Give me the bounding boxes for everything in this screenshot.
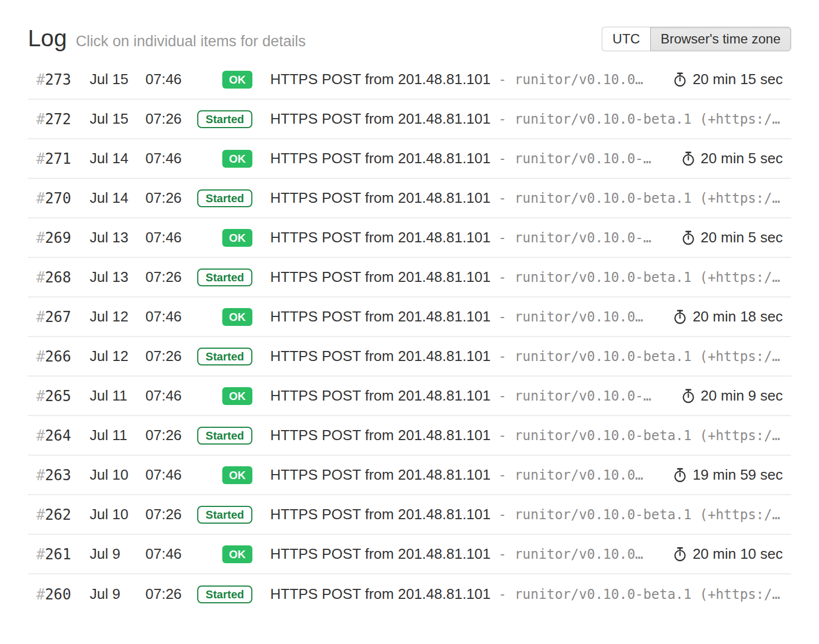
event-description: HTTPS POST from 201.48.81.101 (270, 506, 490, 523)
hash-prefix: # (36, 427, 45, 444)
event-number: #260 (36, 586, 90, 603)
event-duration: 20 min 18 sec (661, 308, 783, 325)
event-time: 07:46 (145, 545, 182, 563)
log-row[interactable]: #265 Jul 11 07:46 OK HTTPS POST from 201… (28, 377, 791, 416)
stopwatch-icon (672, 467, 688, 482)
status-badge: OK (222, 466, 252, 484)
user-agent: - runitor/v0.10.0-… (498, 388, 651, 404)
event-summary: HTTPS POST from 201.48.81.101 - runitor/… (270, 269, 783, 286)
user-agent: - runitor/v0.10.0-beta.1 (+https:/… (498, 428, 780, 443)
stopwatch-icon (681, 388, 696, 403)
status-badge: OK (222, 387, 252, 405)
event-duration: 20 min 10 sec (661, 545, 783, 563)
status-badge: OK (222, 308, 252, 326)
log-table: #273 Jul 15 07:46 OK HTTPS POST from 201… (28, 60, 791, 614)
log-row[interactable]: #263 Jul 10 07:46 OK HTTPS POST from 201… (28, 456, 791, 495)
event-number: #261 (36, 546, 90, 563)
hash-prefix: # (36, 111, 45, 128)
log-row[interactable]: #269 Jul 13 07:46 OK HTTPS POST from 201… (28, 218, 791, 258)
status-badge: Started (197, 348, 252, 365)
status-cell: OK (182, 150, 252, 168)
event-number: #267 (36, 309, 90, 325)
event-description: HTTPS POST from 201.48.81.101 (270, 269, 490, 286)
event-summary: HTTPS POST from 201.48.81.101 - runitor/… (270, 348, 783, 365)
log-rows: #273 Jul 15 07:46 OK HTTPS POST from 201… (28, 60, 791, 614)
hash-prefix: # (36, 506, 45, 523)
hash-prefix: # (36, 467, 45, 484)
event-summary: HTTPS POST from 201.48.81.101 - runitor/… (270, 427, 783, 444)
event-summary: HTTPS POST from 201.48.81.101 - runitor/… (270, 308, 783, 325)
event-date: Jul 15 (90, 71, 145, 88)
event-time: 07:26 (145, 269, 182, 286)
event-number: #268 (36, 269, 90, 286)
event-description: HTTPS POST from 201.48.81.101 (270, 545, 490, 563)
log-row[interactable]: #262 Jul 10 07:26 Started HTTPS POST fro… (28, 495, 791, 535)
event-date: Jul 13 (90, 229, 145, 246)
status-badge: Started (197, 110, 252, 128)
event-number: #263 (36, 467, 90, 484)
event-number: #273 (36, 71, 90, 88)
duration-text: 20 min 5 sec (701, 229, 783, 246)
event-description: HTTPS POST from 201.48.81.101 (270, 348, 490, 365)
log-row[interactable]: #268 Jul 13 07:26 Started HTTPS POST fro… (28, 258, 791, 297)
browsers-time-zone-button[interactable]: Browser's time zone (650, 27, 791, 51)
event-description: HTTPS POST from 201.48.81.101 (270, 229, 490, 246)
utc-button[interactable]: UTC (602, 27, 650, 51)
user-agent: - runitor/v0.10.0-beta.1 (+https:/… (498, 587, 780, 602)
event-duration: 19 min 59 sec (661, 466, 783, 484)
log-row[interactable]: #260 Jul 9 07:26 Started HTTPS POST from… (28, 574, 791, 614)
hash-prefix: # (36, 586, 45, 603)
status-cell: Started (182, 348, 252, 365)
event-number: #262 (36, 506, 90, 523)
status-badge: Started (197, 427, 252, 445)
stopwatch-icon (672, 309, 688, 324)
event-description: HTTPS POST from 201.48.81.101 (270, 71, 490, 88)
event-date: Jul 15 (90, 110, 145, 128)
event-number: #271 (36, 150, 90, 167)
log-row[interactable]: #272 Jul 15 07:26 Started HTTPS POST fro… (28, 100, 791, 139)
event-summary: HTTPS POST from 201.48.81.101 - runitor/… (270, 71, 783, 88)
event-description: HTTPS POST from 201.48.81.101 (270, 150, 490, 167)
page-subtitle: Click on individual items for details (76, 33, 306, 50)
status-cell: Started (182, 269, 252, 286)
event-date: Jul 10 (90, 466, 145, 484)
log-page: Log Click on individual items for detail… (0, 0, 819, 614)
status-badge: Started (197, 586, 252, 603)
log-row[interactable]: #267 Jul 12 07:46 OK HTTPS POST from 201… (28, 297, 791, 337)
event-date: Jul 11 (90, 387, 145, 404)
duration-text: 20 min 9 sec (701, 387, 783, 404)
log-row[interactable]: #264 Jul 11 07:26 Started HTTPS POST fro… (28, 416, 791, 456)
log-row[interactable]: #270 Jul 14 07:26 Started HTTPS POST fro… (28, 179, 791, 218)
log-row[interactable]: #271 Jul 14 07:46 OK HTTPS POST from 201… (28, 139, 791, 179)
user-agent: - runitor/v0.10.0… (498, 467, 643, 483)
event-date: Jul 14 (90, 189, 145, 207)
event-summary: HTTPS POST from 201.48.81.101 - runitor/… (270, 545, 783, 563)
event-time: 07:26 (145, 189, 182, 207)
user-agent: - runitor/v0.10.0… (498, 309, 643, 325)
hash-prefix: # (36, 309, 45, 325)
log-row[interactable]: #273 Jul 15 07:46 OK HTTPS POST from 201… (28, 60, 791, 100)
stopwatch-icon (672, 547, 688, 562)
event-number: #265 (36, 388, 90, 404)
event-description: HTTPS POST from 201.48.81.101 (270, 189, 490, 207)
user-agent: - runitor/v0.10.0-beta.1 (+https:/… (498, 270, 780, 285)
page-title: Log (28, 26, 67, 51)
status-cell: Started (182, 110, 252, 128)
event-number: #269 (36, 230, 90, 246)
user-agent: - runitor/v0.10.0-beta.1 (+https:/… (498, 349, 780, 364)
status-cell: OK (182, 308, 252, 326)
event-time: 07:26 (145, 427, 182, 444)
status-badge: OK (222, 150, 252, 168)
user-agent: - runitor/v0.10.0-… (498, 230, 651, 246)
hash-prefix: # (36, 348, 45, 365)
status-cell: OK (182, 387, 252, 405)
status-cell: OK (182, 229, 252, 247)
event-time: 07:26 (145, 348, 182, 365)
hash-prefix: # (36, 269, 45, 286)
event-duration: 20 min 15 sec (661, 71, 783, 88)
event-date: Jul 12 (90, 348, 145, 365)
log-row[interactable]: #261 Jul 9 07:46 OK HTTPS POST from 201.… (28, 535, 791, 574)
event-date: Jul 9 (90, 586, 145, 603)
event-time: 07:46 (145, 308, 182, 325)
log-row[interactable]: #266 Jul 12 07:26 Started HTTPS POST fro… (28, 337, 791, 377)
